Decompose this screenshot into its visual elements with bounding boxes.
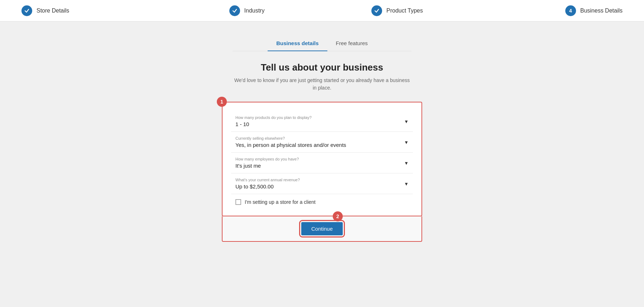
- step-1-icon: [21, 5, 32, 16]
- selling-elsewhere-label: Currently selling elsewhere?: [235, 136, 409, 140]
- tab-free-features[interactable]: Free features: [327, 36, 376, 51]
- employees-chevron: ▼: [404, 160, 409, 166]
- step-industry: Industry: [172, 5, 322, 16]
- client-checkbox[interactable]: [235, 199, 241, 205]
- step-1-label: Store Details: [36, 8, 69, 14]
- step-product-types: Product Types: [322, 5, 472, 16]
- form-card: How many products do you plan to display…: [222, 102, 422, 216]
- client-checkbox-label: I'm setting up a store for a client: [245, 199, 316, 205]
- products-count-chevron: ▼: [404, 119, 409, 124]
- step-badge-1: 1: [217, 97, 227, 107]
- stepper: Store Details Industry Product Types 4 B…: [0, 0, 644, 21]
- products-count-value: 1 - 10: [235, 121, 409, 127]
- selling-elsewhere-value: Yes, in person at physical stores and/or…: [235, 142, 409, 148]
- page-subtitle: We'd love to know if you are just gettin…: [233, 77, 411, 92]
- annual-revenue-label: What's your current annual revenue?: [235, 178, 409, 182]
- selling-elsewhere-chevron: ▼: [404, 139, 409, 145]
- step-badge-2: 2: [333, 211, 343, 221]
- products-count-label: How many products do you plan to display…: [235, 115, 409, 120]
- employees-value: It's just me: [235, 163, 409, 169]
- page-title-area: Tell us about your business We'd love to…: [233, 62, 411, 92]
- tabs: Business details Free features: [233, 36, 411, 51]
- continue-button[interactable]: Continue: [301, 222, 343, 235]
- annual-revenue-value: Up to $2,500.00: [235, 183, 409, 190]
- tab-business-details[interactable]: Business details: [268, 36, 327, 51]
- step-store-details: Store Details: [21, 5, 172, 16]
- step-business-details: 4 Business Details: [472, 5, 623, 16]
- step-4-label: Business Details: [580, 8, 623, 14]
- page-title: Tell us about your business: [233, 62, 411, 73]
- annual-revenue-chevron: ▼: [404, 181, 409, 186]
- step-2-label: Industry: [244, 8, 265, 14]
- main-content: Business details Free features Tell us a…: [0, 21, 644, 256]
- step-3-label: Product Types: [386, 8, 423, 14]
- selling-elsewhere-dropdown[interactable]: Currently selling elsewhere? Yes, in per…: [231, 132, 413, 153]
- products-count-dropdown[interactable]: How many products do you plan to display…: [231, 111, 413, 132]
- employees-label: How many employees do you have?: [235, 157, 409, 161]
- step-2-icon: [229, 5, 240, 16]
- step-4-icon: 4: [565, 5, 576, 16]
- form-container: 1 How many products do you plan to displ…: [222, 102, 422, 242]
- continue-area: 2 Continue: [222, 216, 422, 242]
- step-3-icon: [371, 5, 382, 16]
- employees-dropdown[interactable]: How many employees do you have? It's jus…: [231, 153, 413, 173]
- client-checkbox-row[interactable]: I'm setting up a store for a client: [231, 194, 413, 207]
- annual-revenue-dropdown[interactable]: What's your current annual revenue? Up t…: [231, 173, 413, 194]
